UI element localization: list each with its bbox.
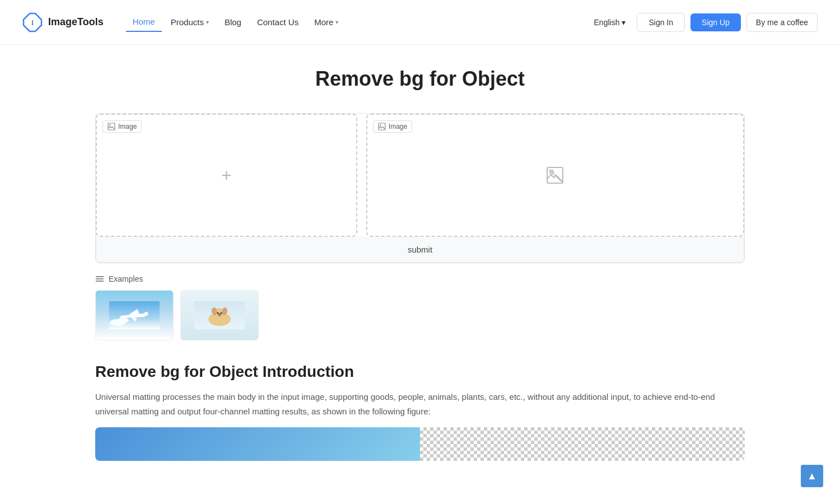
- svg-point-5: [380, 124, 381, 125]
- svg-point-14: [118, 318, 129, 323]
- coffee-button[interactable]: By me a coffee: [746, 13, 818, 32]
- list-icon: [95, 274, 104, 283]
- nav-home[interactable]: Home: [126, 12, 162, 32]
- svg-point-23: [218, 314, 221, 315]
- more-chevron-icon: ▾: [335, 19, 338, 25]
- navbar: I ImageTools Home Products ▾ Blog Contac…: [0, 0, 840, 45]
- airplane-thumb-bg: [96, 291, 173, 340]
- upload-dropzone[interactable]: +: [97, 115, 356, 236]
- demo-strip: [95, 427, 745, 461]
- input-image-tag: Image: [102, 120, 142, 133]
- svg-point-21: [221, 312, 222, 314]
- nav-more[interactable]: More ▾: [307, 13, 345, 31]
- nav-blog[interactable]: Blog: [218, 13, 248, 31]
- intro-body: Universal matting processes the main bod…: [95, 390, 745, 418]
- svg-rect-4: [379, 123, 385, 130]
- language-chevron-icon: ▾: [622, 18, 626, 27]
- scroll-top-button[interactable]: ▲: [801, 465, 823, 483]
- output-image-tag: Image: [373, 120, 412, 133]
- nav-products[interactable]: Products ▾: [164, 13, 216, 31]
- example-dog[interactable]: [180, 290, 259, 340]
- panels-row: Image + Image: [96, 114, 744, 237]
- products-chevron-icon: ▾: [206, 19, 209, 25]
- input-image-panel[interactable]: Image +: [96, 114, 357, 237]
- brand-name: ImageTools: [48, 16, 104, 28]
- demo-original: [95, 427, 420, 461]
- chevron-up-icon: ▲: [807, 470, 817, 482]
- examples-section: Examples: [95, 274, 745, 340]
- main-content: Remove bg for Object Image +: [84, 45, 756, 483]
- image-icon: [108, 123, 115, 130]
- intro-title: Remove bg for Object Introduction: [95, 363, 745, 381]
- signin-button[interactable]: Sign In: [637, 13, 685, 32]
- brand-logo-icon: I: [22, 12, 43, 32]
- nav-contact[interactable]: Contact Us: [250, 13, 305, 31]
- image-icon-right: [378, 123, 386, 130]
- svg-text:I: I: [31, 18, 34, 27]
- nav-links: Home Products ▾ Blog Contact Us More ▾: [126, 12, 589, 32]
- examples-label: Examples: [109, 274, 143, 283]
- examples-grid: [95, 290, 745, 340]
- output-placeholder: [367, 115, 743, 236]
- example-airplane[interactable]: [95, 290, 174, 340]
- examples-header: Examples: [95, 274, 745, 283]
- output-image-panel: Image: [366, 114, 744, 237]
- upload-area: Image + Image: [95, 113, 745, 263]
- svg-rect-2: [108, 123, 115, 130]
- language-selector[interactable]: English ▾: [589, 15, 632, 30]
- svg-point-3: [109, 124, 110, 125]
- intro-section: Remove bg for Object Introduction Univer…: [95, 363, 745, 461]
- brand-link[interactable]: I ImageTools: [22, 12, 104, 32]
- submit-button[interactable]: submit: [96, 237, 744, 263]
- demo-transparent: [420, 427, 745, 461]
- broken-image-icon: [546, 166, 564, 184]
- airplane-icon: [109, 301, 160, 329]
- svg-point-20: [217, 312, 219, 314]
- nav-actions: English ▾ Sign In Sign Up By me a coffee: [589, 13, 818, 32]
- dog-thumb-bg: [181, 291, 258, 340]
- signup-button[interactable]: Sign Up: [690, 13, 741, 31]
- page-title: Remove bg for Object: [95, 67, 745, 91]
- dog-icon: [194, 301, 245, 329]
- upload-plus-icon: +: [221, 166, 232, 184]
